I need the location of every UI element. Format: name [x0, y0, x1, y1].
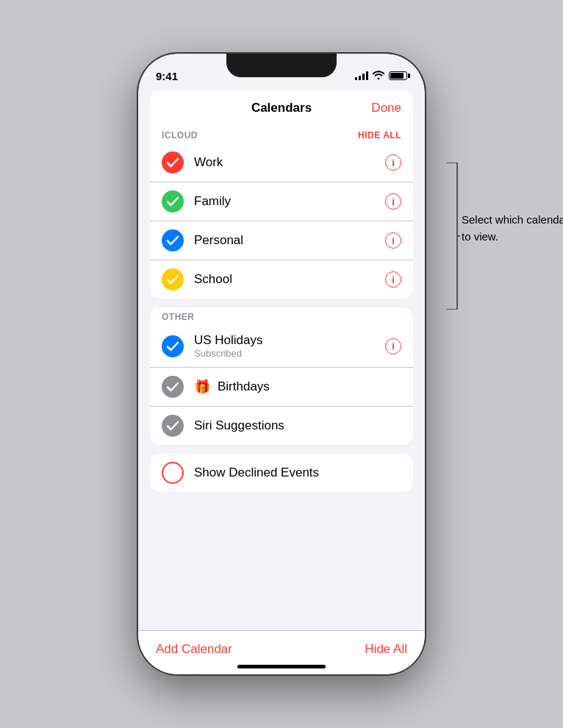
siri-suggestions-label: Siri Suggestions	[194, 418, 401, 433]
other-section-header: OTHER	[150, 307, 413, 325]
bracket-container	[445, 163, 460, 313]
content-area: Calendars Done ICLOUD HIDE ALL	[138, 90, 425, 645]
calendar-item-personal[interactable]: Personal i	[150, 221, 413, 260]
main-sheet: Calendars Done ICLOUD HIDE ALL	[150, 90, 413, 299]
notch	[226, 54, 337, 77]
personal-label: Personal	[194, 233, 385, 248]
us-holidays-info-button[interactable]: i	[385, 338, 401, 354]
school-info-button[interactable]: i	[385, 271, 401, 288]
family-label: Family	[194, 194, 385, 209]
gift-icon: 🎁	[194, 379, 210, 395]
svg-point-5	[162, 376, 184, 398]
wifi-icon	[373, 71, 384, 82]
svg-point-4	[162, 335, 184, 357]
status-time: 9:41	[156, 70, 178, 82]
svg-point-2	[162, 229, 184, 251]
personal-check	[162, 229, 184, 251]
calendar-item-siri-suggestions[interactable]: Siri Suggestions	[150, 407, 413, 445]
calendar-item-family[interactable]: Family i	[150, 182, 413, 221]
other-label: OTHER	[162, 312, 195, 322]
signal-icon	[355, 71, 368, 80]
family-info-button[interactable]: i	[385, 193, 401, 210]
add-calendar-button[interactable]: Add Calendar	[156, 642, 232, 657]
annotation-text: Select which calendars to view.	[462, 212, 563, 245]
birthdays-check	[162, 376, 184, 398]
sheet-title: Calendars	[251, 101, 312, 115]
birthdays-label: Birthdays	[218, 379, 401, 394]
svg-point-3	[162, 268, 184, 290]
battery-icon	[389, 71, 407, 80]
svg-point-0	[162, 151, 184, 174]
svg-point-1	[162, 190, 184, 213]
done-button[interactable]: Done	[371, 101, 401, 115]
family-check	[162, 190, 184, 213]
us-holidays-text: US Holidays Subscribed	[194, 333, 385, 359]
show-declined-label: Show Declined Events	[194, 465, 401, 480]
us-holidays-label: US Holidays	[194, 333, 385, 348]
calendar-item-us-holidays[interactable]: US Holidays Subscribed i	[150, 325, 413, 368]
work-check	[162, 151, 184, 174]
show-declined-item[interactable]: Show Declined Events	[150, 454, 413, 492]
siri-suggestions-check	[162, 415, 184, 437]
hide-all-button[interactable]: Hide All	[365, 642, 407, 657]
work-label: Work	[194, 155, 385, 170]
us-holidays-sublabel: Subscribed	[194, 348, 385, 359]
work-info-button[interactable]: i	[385, 154, 401, 171]
svg-point-6	[162, 415, 184, 437]
calendar-item-birthdays[interactable]: 🎁 Birthdays	[150, 368, 413, 407]
us-holidays-check	[162, 335, 184, 357]
status-icons	[355, 71, 407, 82]
school-check	[162, 268, 184, 290]
phone-frame: 9:41	[138, 54, 425, 674]
other-sheet: OTHER US Holidays Subscribed	[150, 307, 413, 445]
personal-info-button[interactable]: i	[385, 232, 401, 249]
calendar-item-work[interactable]: Work i	[150, 143, 413, 182]
icloud-section-header: ICLOUD HIDE ALL	[150, 126, 413, 143]
phone-screen: 9:41	[138, 54, 425, 674]
sheet-header: Calendars Done	[150, 90, 413, 126]
icloud-label: ICLOUD	[162, 130, 198, 140]
home-indicator	[237, 665, 326, 668]
icloud-hide-all-button[interactable]: HIDE ALL	[358, 130, 401, 140]
school-label: School	[194, 272, 385, 287]
svg-point-7	[162, 463, 183, 483]
show-declined-check	[162, 462, 184, 484]
calendar-item-school[interactable]: School i	[150, 260, 413, 299]
show-declined-sheet: Show Declined Events	[150, 454, 413, 492]
